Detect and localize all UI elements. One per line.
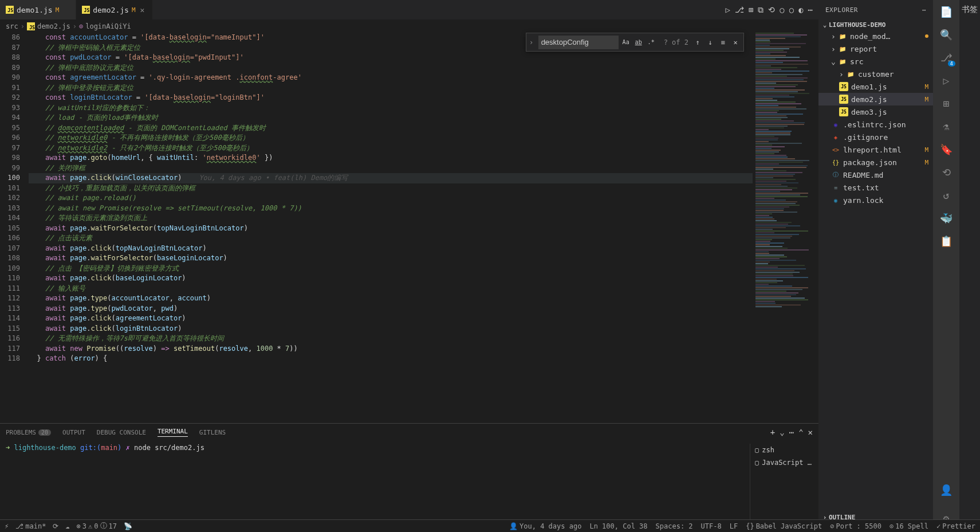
tree-item-report[interactable]: ›📁report: [818, 42, 933, 55]
tree-item-node_mod…[interactable]: ›📁node_mod…: [818, 30, 933, 42]
code-line-112[interactable]: await page.type(accountLocator, account): [29, 294, 753, 304]
bookmarks-activity[interactable]: 🔖: [938, 141, 954, 157]
tree-item-demo3.js[interactable]: JSdemo3.js: [818, 105, 933, 118]
branch-status[interactable]: ⎇ main*: [15, 522, 46, 530]
test-activity[interactable]: ⚗: [938, 118, 954, 134]
terminal-dropdown-button[interactable]: ⌄: [780, 428, 784, 437]
code-line-99[interactable]: // 关闭弹框: [29, 163, 753, 174]
panel-close-button[interactable]: ✕: [808, 428, 813, 437]
prettier-status[interactable]: ✓ Prettier: [936, 522, 975, 530]
code-line-95[interactable]: // domcontentloaded - 页面的 DOMContentLoad…: [29, 123, 753, 134]
source-control-activity[interactable]: ⎇4: [938, 49, 954, 65]
panel-tab-gitlens[interactable]: GITLENS: [199, 429, 226, 436]
tree-item-package.json[interactable]: {}package.jsonM: [818, 156, 933, 169]
code-line-105[interactable]: await page.waitForSelector(topNavLoginBt…: [29, 224, 753, 234]
code-line-100[interactable]: await page.click(winCloseLocator)You, 4 …: [29, 173, 753, 183]
panel-maximize-button[interactable]: ⌃: [798, 428, 803, 437]
editor-action-8[interactable]: ⋯: [808, 5, 813, 15]
editor-action-6[interactable]: ○: [789, 5, 794, 15]
code-line-118[interactable]: } catch (error) {: [29, 354, 753, 364]
tree-item-demo1.js[interactable]: JSdemo1.jsM: [818, 80, 933, 93]
find-close-button[interactable]: ✕: [730, 37, 741, 48]
panel-tab-debug console[interactable]: DEBUG CONSOLE: [97, 429, 146, 436]
account-activity[interactable]: 👤: [938, 482, 954, 498]
tree-item-lhreport.html[interactable]: <>lhreport.htmlM: [818, 143, 933, 156]
terminal-new-button[interactable]: +: [770, 428, 775, 437]
blame-status[interactable]: 👤 You, 4 days ago: [509, 522, 581, 530]
breadcrumb-src[interactable]: src: [6, 22, 18, 30]
terminal-tab[interactable]: ▢zsh: [755, 444, 813, 456]
panel-tab-problems[interactable]: PROBLEMS20: [6, 429, 51, 436]
code-line-98[interactable]: await page.goto(homeUrl, { waitUntil: 'n…: [29, 153, 753, 163]
cursor-position[interactable]: Ln 100, Col 38: [589, 522, 647, 530]
breadcrumb-file[interactable]: demo2.js: [37, 22, 70, 30]
code-line-111[interactable]: // 输入账号: [29, 284, 753, 294]
match-case-button[interactable]: Aa: [620, 37, 632, 48]
editor-action-4[interactable]: ⟲: [768, 5, 775, 15]
find-prev-button[interactable]: ↑: [692, 37, 703, 48]
sync-button[interactable]: ⟳: [53, 522, 58, 530]
tree-item-yarn.lock[interactable]: ◉yarn.lock: [818, 194, 933, 206]
code-line-116[interactable]: // 无需特殊操作，等待7s即可避免进入首页等待很长时间: [29, 334, 753, 344]
code-line-104[interactable]: // 等待该页面元素渲染到页面上: [29, 213, 753, 224]
editor-action-7[interactable]: ◐: [798, 5, 803, 15]
code-line-94[interactable]: // load - 页面的load事件触发时: [29, 113, 753, 123]
tree-item-.eslintrc.json[interactable]: ◉.eslintrc.json: [818, 118, 933, 131]
find-selection-button[interactable]: ≡: [717, 37, 729, 48]
breadcrumb[interactable]: src › JS demo2.js › ⊙ loginAiQiYi: [0, 20, 818, 33]
terminal-more-button[interactable]: ⋯: [789, 428, 794, 437]
explorer-more-button[interactable]: ⋯: [922, 6, 926, 14]
language-status[interactable]: {} Babel JavaScript: [746, 522, 822, 530]
minimap[interactable]: [753, 33, 818, 423]
regex-button[interactable]: .*: [646, 37, 657, 48]
editor-action-1[interactable]: ⎇: [735, 5, 744, 15]
eol-status[interactable]: LF: [730, 522, 738, 530]
tree-item-src[interactable]: ⌄📁src: [818, 55, 933, 68]
terminal[interactable]: ➜ lighthouse-demo git:(main) ✗ node src/…: [0, 441, 818, 532]
broadcast-button[interactable]: 📡: [124, 522, 132, 530]
code-line-113[interactable]: await page.type(pwdLocator, pwd): [29, 304, 753, 314]
spell-status[interactable]: ⊙ 16 Spell: [890, 522, 928, 530]
cloud-button[interactable]: ☁: [65, 522, 69, 530]
terminal-tab[interactable]: ▢JavaScript …: [755, 456, 813, 469]
code-line-115[interactable]: await page.click(loginBtnLocator): [29, 324, 753, 334]
gitlens-activity[interactable]: ⟲: [938, 164, 954, 180]
editor-action-2[interactable]: ⊞: [749, 5, 753, 15]
editor[interactable]: 8687888990919293949596979899100101102103…: [0, 33, 818, 423]
code-line-117[interactable]: await new Promise((resolve) => setTimeou…: [29, 344, 753, 354]
search-activity[interactable]: 🔍: [938, 26, 954, 42]
breadcrumb-symbol[interactable]: loginAiQiYi: [85, 22, 131, 30]
chevron-right-icon[interactable]: ›: [526, 33, 537, 51]
code-line-101[interactable]: // 小技巧，重新加载页面，以关闭该页面的弹框: [29, 183, 753, 194]
code-line-92[interactable]: const loginBtnLocator = '[data-baselogin…: [29, 93, 753, 103]
code-line-93[interactable]: // waitUntil对应的参数如下：: [29, 103, 753, 114]
find-input[interactable]: [538, 36, 619, 49]
notes-activity[interactable]: 📋: [938, 233, 954, 249]
problems-status[interactable]: ⊗ 3 ⚠ 0 ⓘ 17: [77, 521, 117, 531]
remote-button[interactable]: ⚡: [5, 522, 9, 530]
match-word-button[interactable]: ab: [633, 37, 644, 48]
code-line-102[interactable]: // await page.reload(): [29, 193, 753, 204]
bookmark-icon[interactable]: 书签: [962, 5, 978, 15]
project-section[interactable]: ⌄ LIGHTHOUSE-DEMO: [818, 20, 933, 30]
spaces-status[interactable]: Spaces: 2: [656, 522, 693, 530]
tree-item-test.txt[interactable]: ≡test.txt: [818, 181, 933, 194]
code-line-109[interactable]: // 点击 【密码登录】切换到账密登录方式: [29, 264, 753, 274]
close-icon[interactable]: ✕: [139, 6, 147, 14]
code-line-107[interactable]: await page.click(topNavLoginBtnLocator): [29, 244, 753, 254]
port-status[interactable]: ⊘ Port : 5500: [830, 522, 881, 530]
editor-action-0[interactable]: ▷: [725, 5, 730, 15]
code-line-114[interactable]: await page.click(agreementLocator): [29, 314, 753, 324]
panel-tab-output[interactable]: OUTPUT: [62, 429, 85, 436]
editor-action-3[interactable]: ⧉: [758, 5, 763, 15]
tree-item-README.md[interactable]: ⓘREADME.md: [818, 169, 933, 181]
code-line-88[interactable]: const pwdLocator = '[data-baselogin="pwd…: [29, 53, 753, 63]
run-activity[interactable]: ▷: [938, 72, 954, 88]
editor-action-5[interactable]: ○: [780, 5, 784, 15]
code-line-90[interactable]: const agreementLocator = '.qy-login-agre…: [29, 73, 753, 83]
code-area[interactable]: const accountLocator = '[data-baselogin=…: [29, 33, 753, 423]
code-line-91[interactable]: // 弹框中登录按钮元素定位: [29, 83, 753, 93]
code-line-108[interactable]: await page.waitForSelector(baseLoginLoca…: [29, 253, 753, 264]
encoding-status[interactable]: UTF-8: [701, 522, 722, 530]
code-line-103[interactable]: // await new Promise(resolve => setTimeo…: [29, 204, 753, 214]
